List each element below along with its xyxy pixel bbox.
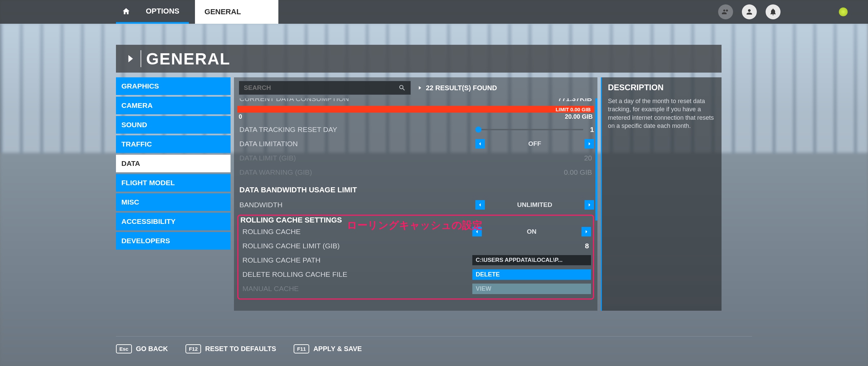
- settings-sidebar: GRAPHICS CAMERA SOUND TRAFFIC DATA FLIGH…: [116, 77, 231, 311]
- topbar: OPTIONS GENERAL: [0, 0, 868, 24]
- bar-min: 0: [239, 113, 242, 120]
- current-consumption-label: CURRENT DATA CONSUMPTION: [237, 98, 558, 103]
- friends-icon[interactable]: [718, 4, 733, 19]
- sidebar-item-developers[interactable]: DEVELOPERS: [116, 232, 231, 250]
- tracking-reset-value: 1: [588, 126, 594, 134]
- sidebar-item-graphics[interactable]: GRAPHICS: [116, 77, 231, 95]
- footer: Esc GO BACK F12 RESET TO DEFAULTS F11 AP…: [116, 336, 752, 357]
- general-tab[interactable]: GENERAL: [195, 0, 278, 24]
- bandwidth-value: UNLIMITED: [485, 201, 585, 209]
- data-limitation-value: OFF: [485, 140, 585, 148]
- apply-save-action[interactable]: F11 APPLY & SAVE: [294, 344, 362, 353]
- rolling-cache-value: ON: [482, 228, 581, 235]
- current-consumption-value: 771.37KIB: [558, 98, 594, 103]
- consumption-limit-bar: LIMIT 0.00 GIB: [237, 106, 594, 113]
- rolling-limit-value[interactable]: 8: [585, 242, 591, 250]
- manual-cache-label: MANUAL CACHE: [240, 285, 472, 293]
- f12-key-badge: F12: [185, 344, 201, 353]
- sidebar-item-sound[interactable]: SOUND: [116, 116, 231, 134]
- arrow-right-button[interactable]: [585, 200, 594, 210]
- data-limit-label: DATA LIMIT (GIB): [237, 154, 584, 162]
- options-tab-label: OPTIONS: [146, 7, 179, 16]
- tracking-reset-slider[interactable]: [475, 129, 583, 130]
- title-divider: [140, 50, 141, 67]
- rolling-cache-highlight: ROLLING CACHE SETTINGS ローリングキャッシュの設定 ROL…: [237, 215, 594, 300]
- arrow-right-button[interactable]: [581, 227, 591, 236]
- search-results-count: 22 RESULT(S) FOUND: [417, 84, 497, 92]
- arrow-left-button[interactable]: [475, 139, 485, 149]
- data-limitation-select[interactable]: OFF: [475, 139, 594, 149]
- arrow-left-button[interactable]: [475, 200, 485, 210]
- bandwidth-select[interactable]: UNLIMITED: [475, 200, 594, 210]
- search-box[interactable]: [239, 81, 411, 95]
- sidebar-item-traffic[interactable]: TRAFFIC: [116, 135, 231, 153]
- annotation-text: ローリングキャッシュの設定: [347, 218, 482, 232]
- go-back-action[interactable]: Esc GO BACK: [116, 344, 168, 353]
- description-title: DESCRIPTION: [608, 83, 715, 92]
- sidebar-item-misc[interactable]: MISC: [116, 193, 231, 211]
- rolling-cache-select[interactable]: ON: [472, 227, 591, 236]
- sidebar-item-camera[interactable]: CAMERA: [116, 97, 231, 114]
- sidebar-item-data[interactable]: DATA: [116, 155, 231, 172]
- data-warning-label: DATA WARNING (GIB): [237, 168, 564, 176]
- delete-cache-button[interactable]: DELETE: [472, 269, 591, 280]
- chevron-right-icon: [417, 85, 422, 91]
- connection-status-dot: [839, 7, 848, 16]
- page-title: GENERAL: [146, 50, 231, 68]
- home-tab[interactable]: [116, 0, 136, 24]
- f11-key-badge: F11: [294, 344, 309, 353]
- sidebar-item-flight-model[interactable]: FLIGHT MODEL: [116, 174, 231, 192]
- page-title-bar: GENERAL: [116, 45, 722, 73]
- search-icon: [398, 84, 406, 92]
- settings-main: 22 RESULT(S) FOUND CURRENT DATA CONSUMPT…: [234, 77, 597, 311]
- search-input[interactable]: [244, 84, 398, 92]
- bar-max: 20.00 GIB: [565, 113, 593, 120]
- rolling-path-value[interactable]: C:\USERS APPDATA\LOCAL\P...: [472, 255, 591, 265]
- notifications-icon[interactable]: [766, 4, 781, 19]
- profile-icon[interactable]: [742, 4, 757, 19]
- data-limit-value: 20: [584, 154, 594, 162]
- home-icon: [122, 7, 130, 15]
- rolling-limit-label: ROLLING CACHE LIMIT (GIB): [240, 242, 472, 250]
- description-text: Set a day of the month to reset data tra…: [608, 97, 715, 130]
- delete-cache-label: DELETE ROLLING CACHE FILE: [240, 270, 472, 278]
- chevron-right-icon: [125, 53, 136, 64]
- general-tab-label: GENERAL: [204, 7, 241, 16]
- description-panel: DESCRIPTION Set a day of the month to re…: [601, 77, 722, 311]
- options-tab[interactable]: OPTIONS: [136, 0, 189, 24]
- reset-action[interactable]: F12 RESET TO DEFAULTS: [185, 344, 276, 353]
- tracking-reset-label: DATA TRACKING RESET DAY: [237, 126, 475, 134]
- bandwidth-label: BANDWIDTH: [237, 201, 475, 209]
- arrow-right-button[interactable]: [585, 139, 594, 149]
- bandwidth-header: DATA BANDWIDTH USAGE LIMIT: [237, 179, 594, 198]
- rolling-cache-header: ROLLING CACHE SETTINGS: [240, 216, 342, 225]
- manual-cache-button: VIEW: [472, 284, 591, 294]
- data-warning-value: 0.00 GIB: [564, 168, 594, 176]
- data-limitation-label: DATA LIMITATION: [237, 140, 475, 148]
- rolling-path-label: ROLLING CACHE PATH: [240, 256, 472, 264]
- sidebar-item-accessibility[interactable]: ACCESSIBILITY: [116, 213, 231, 230]
- esc-key-badge: Esc: [116, 344, 132, 353]
